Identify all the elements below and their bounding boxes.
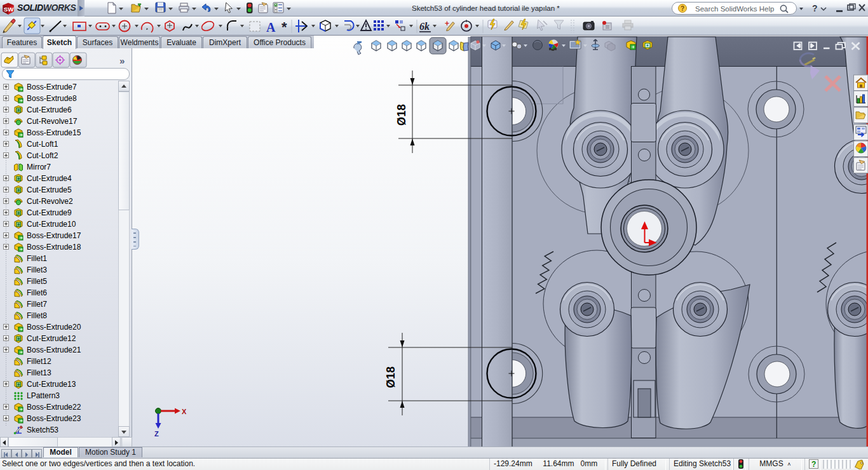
svg-text:?: ?	[811, 460, 816, 469]
svg-text:X: X	[182, 408, 187, 415]
svg-text:»: »	[119, 55, 125, 66]
svg-text:?: ?	[681, 5, 684, 12]
svg-text:Z: Z	[154, 430, 159, 438]
svg-text:Ø18: Ø18	[384, 366, 397, 388]
svg-text:A: A	[266, 20, 276, 34]
svg-text:Ø18: Ø18	[395, 104, 408, 126]
svg-text:6k: 6k	[419, 21, 430, 32]
svg-text:?: ?	[812, 3, 818, 13]
svg-text:*: *	[281, 19, 287, 35]
svg-text:SW: SW	[4, 6, 15, 13]
